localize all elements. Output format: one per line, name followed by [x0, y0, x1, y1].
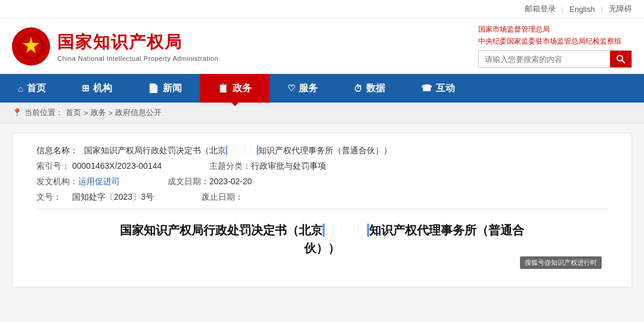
sohu-badge: 搜狐号@知识产权进行时: [520, 256, 602, 269]
index-label: 索引号：: [36, 161, 72, 172]
divider-line: [36, 209, 608, 209]
nav-interaction-label: 互动: [436, 82, 455, 95]
docnum-label: 文号：: [36, 192, 72, 203]
breadcrumb-text: 当前位置：: [24, 107, 63, 118]
interaction-icon: ☎: [421, 83, 432, 94]
svg-line-3: [622, 60, 625, 63]
info-name-value: 国家知识产权局行政处罚决定书（北京█████知识产权代理事务所（普通合伙））: [84, 145, 392, 156]
row-issuer-date: 发文机构： 运用促进司 成文日期： 2023-02-20: [36, 177, 608, 187]
nav-home[interactable]: ⌂ 首页: [0, 74, 64, 103]
theme-value: 行政审批与处罚事项: [251, 161, 326, 172]
main-content: 信息名称： 国家知识产权局行政处罚决定书（北京█████知识产权代理事务所（普通…: [12, 133, 632, 287]
data-icon: ⏱: [354, 83, 363, 94]
breadcrumb: 📍 当前位置： 首页 > 政务 > 政府信息公开: [0, 103, 644, 123]
institution-icon: ⊞: [82, 83, 89, 94]
home-icon: ⌂: [18, 83, 23, 94]
field-index: 索引号： 00001463X/2023-00144: [36, 161, 162, 172]
accessible-link[interactable]: 无障碍: [609, 4, 632, 14]
sohu-container: 搜狐号@知识产权进行时: [36, 257, 608, 275]
field-theme: 主题分类： 行政审批与处罚事项: [209, 161, 326, 172]
email-login-link[interactable]: 邮箱登录: [525, 4, 556, 14]
nav-government-label: 政务: [233, 82, 252, 95]
top-bar: 邮箱登录 | English | 无障碍: [0, 0, 644, 18]
nav-institution[interactable]: ⊞ 机构: [64, 74, 130, 103]
breadcrumb-open-info[interactable]: 政府信息公开: [115, 107, 162, 118]
location-icon: 📍: [12, 108, 22, 117]
theme-label: 主题分类：: [209, 161, 251, 172]
header-right: 国家市场监督管理总局 中央纪委国家监委驻市场监管总局纪检监察组: [478, 24, 632, 68]
english-link[interactable]: English: [569, 5, 595, 14]
breadcrumb-government[interactable]: 政务: [91, 107, 106, 118]
link-samr[interactable]: 国家市场监督管理总局: [478, 24, 632, 35]
nav-service[interactable]: ♡ 服务: [270, 74, 336, 103]
issuer-label: 发文机构：: [36, 177, 78, 187]
top-bar-links: 邮箱登录 | English | 无障碍: [525, 4, 632, 14]
breadcrumb-home[interactable]: 首页: [66, 107, 81, 118]
logo-emblem: [12, 27, 50, 66]
search-input[interactable]: [479, 55, 610, 64]
expiry-label: 废止日期：: [202, 192, 243, 203]
nav-interaction[interactable]: ☎ 互动: [403, 74, 473, 103]
nav-news[interactable]: 📄 新闻: [130, 74, 200, 103]
nav-data-label: 数据: [366, 82, 385, 95]
date-value: 2023-02-20: [209, 177, 252, 186]
logo-area: 国家知识产权局 China National Intellectual Prop…: [12, 27, 218, 66]
logo-text: 国家知识产权局 China National Intellectual Prop…: [57, 31, 218, 62]
row-index-theme: 索引号： 00001463X/2023-00144 主题分类： 行政审批与处罚事…: [36, 161, 608, 172]
logo-chinese: 国家知识产权局: [57, 31, 218, 54]
nav-home-label: 首页: [27, 82, 46, 95]
search-bar: [478, 50, 632, 68]
divider2: |: [601, 5, 603, 14]
info-name-highlight: █████: [226, 145, 258, 155]
nav-data[interactable]: ⏱ 数据: [336, 74, 403, 103]
info-block: 信息名称： 国家知识产权局行政处罚决定书（北京█████知识产权代理事务所（普通…: [36, 145, 608, 203]
divider1: |: [562, 5, 564, 14]
news-icon: 📄: [148, 83, 159, 94]
nav-news-label: 新闻: [163, 82, 182, 95]
government-icon: 📋: [218, 83, 229, 94]
issuer-value[interactable]: 运用促进司: [78, 177, 120, 187]
docnum-value: 国知处字〔2023〕3号: [72, 192, 154, 203]
header: 国家知识产权局 China National Intellectual Prop…: [0, 18, 644, 74]
title-highlight: █████: [323, 224, 370, 237]
nav-government[interactable]: 📋 政务: [200, 74, 270, 103]
document-title: 国家知识产权局行政处罚决定书（北京█████知识产权代理事务所（普通合 伙））: [36, 221, 608, 257]
field-issuer: 发文机构： 运用促进司: [36, 177, 120, 187]
date-label: 成文日期：: [168, 177, 209, 187]
header-links: 国家市场监督管理总局 中央纪委国家监委驻市场监管总局纪检监察组: [478, 24, 632, 47]
logo-english: China National Intellectual Property Adm…: [57, 55, 218, 62]
nav-institution-label: 机构: [93, 82, 112, 95]
nav-service-label: 服务: [299, 82, 318, 95]
svg-point-2: [617, 55, 623, 61]
search-button[interactable]: [610, 50, 631, 68]
link-ccdi[interactable]: 中央纪委国家监委驻市场监管总局纪检监察组: [478, 36, 632, 47]
field-docnum: 文号： 国知处字〔2023〕3号: [36, 192, 154, 203]
service-icon: ♡: [287, 83, 295, 94]
field-expiry: 废止日期：: [202, 192, 243, 203]
info-name-label: 信息名称：: [36, 145, 84, 156]
field-date: 成文日期： 2023-02-20: [168, 177, 252, 187]
main-nav: ⌂ 首页 ⊞ 机构 📄 新闻 📋 政务 ♡ 服务 ⏱ 数据 ☎ 互动: [0, 74, 644, 103]
index-value: 00001463X/2023-00144: [72, 161, 162, 171]
row-docnum-expiry: 文号： 国知处字〔2023〕3号 废止日期：: [36, 192, 608, 203]
